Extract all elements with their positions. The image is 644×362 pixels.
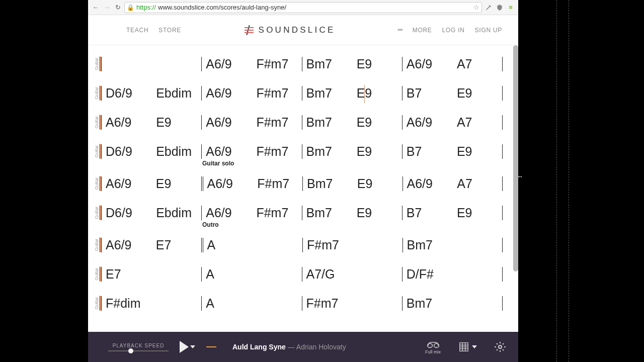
chord[interactable]: A6/9	[206, 57, 251, 71]
chord[interactable]: F#dim	[106, 296, 201, 311]
chord[interactable]: D/F#	[407, 267, 502, 282]
chord[interactable]: E9	[457, 206, 502, 220]
measure[interactable]: A6/9E9	[101, 115, 201, 130]
measure[interactable]: Bm7E9	[302, 57, 402, 71]
measure[interactable]: A	[201, 267, 301, 282]
chord-line[interactable]: Guitar soloGuitarA6/9E9A6/9F#m7Bm7E9A6/9…	[94, 175, 503, 192]
nav-teach[interactable]: TEACH	[126, 27, 148, 34]
measure[interactable]: A6/9A7	[402, 115, 502, 130]
chord[interactable]: F#m7	[256, 57, 301, 71]
measure[interactable]: Bm7E9	[302, 206, 402, 220]
chord[interactable]: F#m7	[307, 238, 403, 252]
settings-button[interactable]	[494, 341, 506, 353]
chord[interactable]: E9	[357, 206, 402, 220]
chord[interactable]: Bm7	[306, 144, 352, 159]
measure[interactable]: Bm7E9	[302, 176, 403, 191]
scrollbar-thumb[interactable]	[513, 45, 518, 272]
chord-line[interactable]: GuitarE7AA7/GD/F#	[94, 265, 503, 283]
chord[interactable]: F#m7	[256, 144, 301, 159]
speed-slider[interactable]	[108, 350, 169, 351]
chord[interactable]: Bm7	[306, 57, 352, 71]
measure[interactable]: F#m7	[302, 238, 403, 252]
address-bar[interactable]: 🔒 https://www.soundslice.com/scores/auld…	[124, 2, 482, 13]
chord[interactable]: A7	[457, 115, 502, 130]
measure[interactable]: Bm7E9	[302, 115, 402, 130]
measure[interactable]: A	[201, 296, 301, 311]
chord[interactable]: F#m7	[256, 115, 301, 130]
measure[interactable]: B7E9	[402, 206, 502, 220]
chord[interactable]: F#m7	[306, 296, 402, 311]
chord[interactable]: Bm7	[307, 176, 352, 191]
more-dots-icon[interactable]: •••	[397, 27, 403, 34]
chord[interactable]: F#m7	[256, 206, 301, 220]
measure[interactable]: A6/9A7	[402, 57, 502, 71]
chord[interactable]: A6/9	[106, 238, 151, 252]
logo[interactable]: SOUNDSLICE	[244, 24, 336, 36]
chord[interactable]: A6/9	[106, 176, 151, 191]
chord[interactable]: A6/9	[407, 57, 452, 71]
notation-button[interactable]	[458, 341, 477, 352]
chord[interactable]: A6/9	[206, 206, 251, 220]
measure[interactable]: A	[201, 238, 303, 252]
measure[interactable]: B7E9	[402, 144, 502, 159]
play-button[interactable]	[180, 341, 195, 353]
measure[interactable]: D6/9Ebdim	[101, 86, 201, 101]
chord[interactable]: Bm7	[407, 238, 503, 252]
chord[interactable]: A7	[457, 176, 502, 191]
menu-icon[interactable]: ≡	[506, 3, 515, 12]
measure[interactable]: A6/9F#m7	[201, 206, 301, 220]
chord[interactable]: Bm7	[306, 115, 352, 130]
forward-icon[interactable]: →	[102, 3, 111, 12]
measure[interactable]: A6/9E7	[101, 238, 201, 252]
chord-line[interactable]: GuitarA6/9F#m7Bm7E9A6/9A7	[94, 55, 503, 72]
measure[interactable]: B7E9	[402, 86, 502, 101]
chord[interactable]: Ebdim	[156, 144, 201, 159]
chord[interactable]: A6/9	[207, 176, 253, 191]
chord[interactable]: Ebdim	[156, 206, 201, 220]
chord[interactable]: E9	[357, 144, 402, 159]
nav-signup[interactable]: SIGN UP	[475, 27, 502, 34]
chord[interactable]: Bm7	[306, 86, 352, 101]
chord-line[interactable]: GuitarD6/9EbdimA6/9F#m7Bm7E9B7E9	[94, 84, 503, 102]
chord[interactable]: E9	[457, 86, 502, 101]
back-icon[interactable]: ←	[91, 3, 100, 12]
measure[interactable]: A7/G	[302, 267, 402, 282]
measure[interactable]: F#m7	[302, 296, 402, 311]
chord-line[interactable]: OutroGuitarA6/9E7AF#m7Bm7	[94, 236, 503, 253]
chord[interactable]: D6/9	[106, 206, 151, 220]
measure[interactable]: Bm7	[403, 238, 503, 252]
chord[interactable]: E9	[156, 115, 201, 130]
star-icon[interactable]: ☆	[473, 4, 479, 11]
nav-store[interactable]: STORE	[158, 27, 181, 34]
measure[interactable]: D6/9Ebdim	[101, 144, 201, 159]
chord[interactable]: B7	[407, 144, 452, 159]
chord[interactable]: A7	[457, 57, 502, 71]
chord-line[interactable]: GuitarD6/9EbdimA6/9F#m7Bm7E9B7E9	[94, 143, 503, 160]
chord[interactable]: A6/9	[206, 144, 251, 159]
chord[interactable]: A7/G	[306, 267, 402, 282]
chord[interactable]: E9	[457, 144, 502, 159]
chord[interactable]: A6/9	[206, 86, 251, 101]
chord[interactable]: A	[207, 238, 303, 252]
chord[interactable]: B7	[407, 86, 452, 101]
chord[interactable]: E9	[156, 176, 201, 191]
chord[interactable]: E9	[357, 176, 403, 191]
chord[interactable]: D6/9	[106, 144, 151, 159]
chord[interactable]: Ebdim	[156, 86, 201, 101]
extension-magic-icon[interactable]	[484, 3, 493, 12]
extension-shield-icon[interactable]	[495, 3, 504, 12]
measure[interactable]: F#dim	[101, 296, 201, 311]
chord[interactable]: Bm7	[407, 296, 502, 311]
reload-icon[interactable]: ↻	[113, 3, 122, 12]
chord[interactable]: E9	[357, 57, 402, 71]
chord[interactable]: A6/9	[206, 115, 251, 130]
progress-bar[interactable]	[206, 346, 216, 347]
chord[interactable]: A6/9	[106, 115, 151, 130]
measure[interactable]: Bm7E9	[302, 144, 402, 159]
measure[interactable]: A6/9F#m7	[201, 115, 301, 130]
chord[interactable]: B7	[407, 206, 452, 220]
measure[interactable]: Bm7	[402, 296, 502, 311]
chord[interactable]: F#m7	[257, 176, 302, 191]
measure[interactable]: Bm7E9	[302, 86, 402, 101]
chord[interactable]: D6/9	[106, 86, 151, 101]
